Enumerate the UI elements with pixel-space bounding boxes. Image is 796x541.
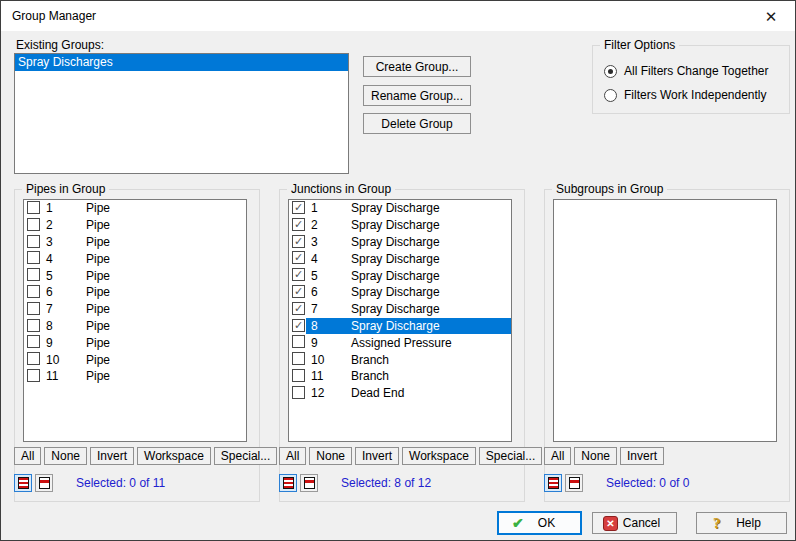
checkbox-checked[interactable]: ✓ (292, 319, 305, 332)
item-text[interactable]: 3Spray Discharge (306, 234, 511, 251)
checkbox-checked[interactable]: ✓ (292, 218, 305, 231)
subgroups-listbox[interactable] (553, 199, 777, 442)
checkbox-checked[interactable]: ✓ (292, 268, 305, 281)
pipes-invert-button[interactable]: Invert (90, 447, 134, 465)
show-all-items-toggle[interactable] (14, 474, 32, 492)
list-item[interactable]: 10Branch (289, 351, 511, 368)
ok-button[interactable]: ✔ OK (497, 511, 582, 535)
show-all-items-toggle[interactable] (279, 474, 297, 492)
cancel-button[interactable]: ✕ Cancel (592, 512, 677, 534)
item-text[interactable]: 9Assigned Pressure (306, 334, 511, 351)
list-item[interactable]: 8Pipe (24, 318, 246, 335)
rename-group-button[interactable]: Rename Group... (363, 85, 471, 106)
list-item[interactable]: ✓4Spray Discharge (289, 250, 511, 267)
list-item[interactable]: 10Pipe (24, 351, 246, 368)
item-text[interactable]: 1Pipe (41, 200, 246, 217)
checkbox-unchecked[interactable] (27, 319, 40, 332)
item-text[interactable]: 10Branch (306, 351, 511, 368)
show-selected-items-toggle[interactable] (35, 474, 53, 492)
list-item[interactable]: 7Pipe (24, 301, 246, 318)
item-text[interactable]: 9Pipe (41, 334, 246, 351)
list-item[interactable]: 1Pipe (24, 200, 246, 217)
delete-group-button[interactable]: Delete Group (363, 113, 471, 134)
checkbox-unchecked[interactable] (27, 218, 40, 231)
pipes-none-button[interactable]: None (44, 447, 87, 465)
existing-groups-listbox[interactable]: Spray Discharges (14, 53, 349, 174)
list-item[interactable]: 11Branch (289, 368, 511, 385)
pipes-all-button[interactable]: All (14, 447, 41, 465)
subgroups-none-button[interactable]: None (574, 447, 617, 465)
checkbox-checked[interactable]: ✓ (292, 235, 305, 248)
checkbox-unchecked[interactable] (292, 352, 305, 365)
item-text[interactable]: 7Pipe (41, 301, 246, 318)
radio-all-filters-change-together[interactable]: All Filters Change Together (604, 64, 769, 78)
list-item[interactable]: 3Pipe (24, 234, 246, 251)
checkbox-unchecked[interactable] (292, 369, 305, 382)
list-item[interactable]: 11Pipe (24, 368, 246, 385)
list-item[interactable]: ✓1Spray Discharge (289, 200, 511, 217)
item-text[interactable]: 10Pipe (41, 351, 246, 368)
item-text[interactable]: 8Pipe (41, 318, 246, 335)
show-all-items-toggle[interactable] (544, 474, 562, 492)
existing-group-item[interactable]: Spray Discharges (15, 54, 348, 71)
show-selected-items-toggle[interactable] (565, 474, 583, 492)
checkbox-unchecked[interactable] (27, 285, 40, 298)
list-item[interactable]: 2Pipe (24, 217, 246, 234)
radio-filters-work-independently[interactable]: Filters Work Independently (604, 88, 767, 102)
list-item[interactable]: ✓6Spray Discharge (289, 284, 511, 301)
checkbox-unchecked[interactable] (27, 201, 40, 214)
subgroups-all-button[interactable]: All (544, 447, 571, 465)
item-text[interactable]: 8Spray Discharge (306, 318, 511, 335)
item-text[interactable]: 1Spray Discharge (306, 200, 511, 217)
item-text[interactable]: 5Spray Discharge (306, 267, 511, 284)
item-text[interactable]: 6Spray Discharge (306, 284, 511, 301)
junctions-special-button[interactable]: Special... (479, 447, 542, 465)
pipes-special-button[interactable]: Special... (214, 447, 277, 465)
junctions-invert-button[interactable]: Invert (355, 447, 399, 465)
list-item[interactable]: ✓5Spray Discharge (289, 267, 511, 284)
item-text[interactable]: 7Spray Discharge (306, 301, 511, 318)
item-text[interactable]: 5Pipe (41, 267, 246, 284)
list-item[interactable]: ✓2Spray Discharge (289, 217, 511, 234)
item-text[interactable]: 2Spray Discharge (306, 217, 511, 234)
radio-button-icon[interactable] (604, 65, 617, 78)
pipes-workspace-button[interactable]: Workspace (137, 447, 211, 465)
item-text[interactable]: 6Pipe (41, 284, 246, 301)
junctions-none-button[interactable]: None (309, 447, 352, 465)
checkbox-unchecked[interactable] (27, 251, 40, 264)
list-item[interactable]: ✓8Spray Discharge (289, 318, 511, 335)
item-text[interactable]: 3Pipe (41, 234, 246, 251)
list-item[interactable]: 5Pipe (24, 267, 246, 284)
checkbox-unchecked[interactable] (27, 302, 40, 315)
checkbox-unchecked[interactable] (27, 352, 40, 365)
checkbox-unchecked[interactable] (27, 235, 40, 248)
list-item[interactable]: 9Pipe (24, 334, 246, 351)
show-selected-items-toggle[interactable] (300, 474, 318, 492)
item-text[interactable]: 11Branch (306, 368, 511, 385)
junctions-workspace-button[interactable]: Workspace (402, 447, 476, 465)
junctions-all-button[interactable]: All (279, 447, 306, 465)
item-text[interactable]: 11Pipe (41, 368, 246, 385)
checkbox-unchecked[interactable] (27, 335, 40, 348)
subgroups-invert-button[interactable]: Invert (620, 447, 664, 465)
radio-button-icon[interactable] (604, 89, 617, 102)
list-item[interactable]: ✓3Spray Discharge (289, 234, 511, 251)
junctions-listbox[interactable]: ✓1Spray Discharge✓2Spray Discharge✓3Spra… (288, 199, 512, 442)
checkbox-checked[interactable]: ✓ (292, 285, 305, 298)
checkbox-checked[interactable]: ✓ (292, 251, 305, 264)
list-item[interactable]: 12Dead End (289, 385, 511, 402)
checkbox-checked[interactable]: ✓ (292, 302, 305, 315)
checkbox-unchecked[interactable] (292, 386, 305, 399)
checkbox-unchecked[interactable] (27, 369, 40, 382)
checkbox-checked[interactable]: ✓ (292, 201, 305, 214)
help-button[interactable]: ? Help (696, 512, 787, 534)
create-group-button[interactable]: Create Group... (363, 56, 471, 77)
item-text[interactable]: 4Spray Discharge (306, 250, 511, 267)
pipes-listbox[interactable]: 1Pipe2Pipe3Pipe4Pipe5Pipe6Pipe7Pipe8Pipe… (23, 199, 247, 442)
close-icon[interactable]: ✕ (755, 5, 787, 28)
list-item[interactable]: ✓7Spray Discharge (289, 301, 511, 318)
item-text[interactable]: 4Pipe (41, 250, 246, 267)
list-item[interactable]: 9Assigned Pressure (289, 334, 511, 351)
item-text[interactable]: 2Pipe (41, 217, 246, 234)
checkbox-unchecked[interactable] (292, 335, 305, 348)
